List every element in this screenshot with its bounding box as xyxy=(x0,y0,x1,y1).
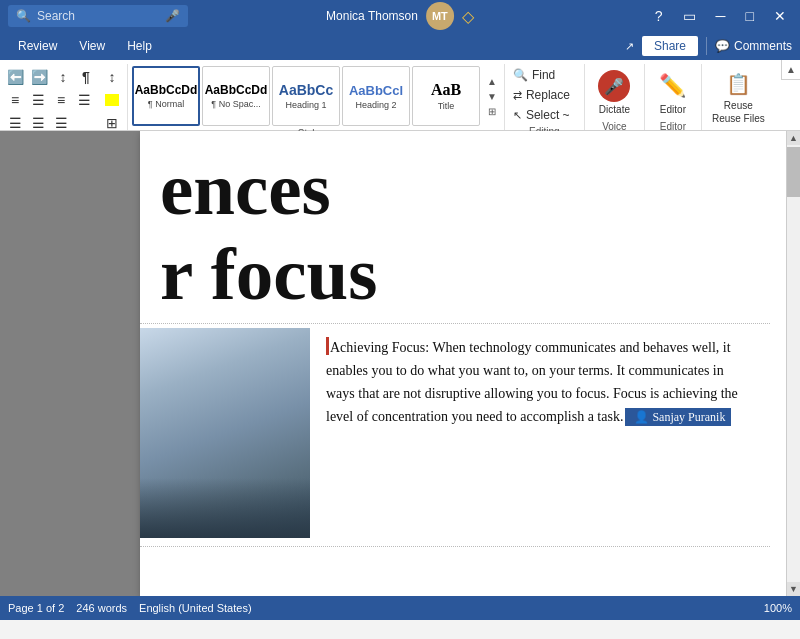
style-no-spacing[interactable]: AaBbCcDd ¶ No Spac... xyxy=(202,66,270,126)
paragraph-controls: ⬅️ ➡️ ↕ ¶ ≡ ☰ ≡ ☰ ☰ ☰ ☰ xyxy=(4,66,123,134)
style-normal-preview: AaBbCcDd xyxy=(135,83,198,97)
share-button[interactable]: Share xyxy=(642,36,698,56)
reuse-icon: 📋 xyxy=(724,70,752,98)
divider xyxy=(706,37,707,55)
microphone-icon: 🎤 xyxy=(165,9,180,23)
find-button[interactable]: 🔍 Find xyxy=(509,66,559,84)
decrease-indent-button[interactable]: ⬅️ xyxy=(4,66,27,88)
style-heading2-name: Heading 2 xyxy=(355,100,396,110)
menu-bar: Review View Help ↗ Share 💬 Comments xyxy=(0,32,800,60)
styles-scroll-up[interactable]: ▲ xyxy=(484,75,500,88)
paragraph-buttons-col1: ⬅️ ➡️ ↕ ¶ ≡ ☰ ≡ ☰ ☰ ☰ ☰ xyxy=(4,66,97,134)
styles-group: AaBbCcDd ¶ Normal AaBbCcDd ¶ No Spac... … xyxy=(128,64,505,130)
style-title[interactable]: AaB Title xyxy=(412,66,480,126)
styles-expand[interactable]: ⊞ xyxy=(484,105,500,118)
zoom-level: 100% xyxy=(764,602,792,614)
style-title-name: Title xyxy=(438,101,455,111)
style-normal[interactable]: AaBbCcDd ¶ Normal xyxy=(132,66,200,126)
dotted-line-top xyxy=(140,323,770,324)
menu-review[interactable]: Review xyxy=(8,35,67,57)
editor-group: ✏️ Editor Editor xyxy=(645,64,702,130)
left-margin xyxy=(0,131,140,596)
align-left-button[interactable]: ≡ xyxy=(4,89,26,111)
menu-view[interactable]: View xyxy=(69,35,115,57)
heading-area: ences r focus xyxy=(140,151,800,311)
document-content: ences r focus Achieving Focus: When tech… xyxy=(140,131,800,596)
editor-label: Editor xyxy=(660,104,686,115)
scroll-down-button[interactable]: ▼ xyxy=(787,582,800,596)
style-heading1[interactable]: AaBbCc Heading 1 xyxy=(272,66,340,126)
document-page: ences r focus Achieving Focus: When tech… xyxy=(140,131,800,596)
search-box[interactable]: 🔍 🎤 xyxy=(8,5,188,27)
ribbon-collapse-button[interactable]: ▲ xyxy=(781,60,800,80)
show-formatting-button[interactable]: ¶ xyxy=(75,66,97,88)
word-count: 246 words xyxy=(76,602,127,614)
minimize-button[interactable]: ─ xyxy=(710,6,732,26)
paragraph-group: ⬅️ ➡️ ↕ ¶ ≡ ☰ ≡ ☰ ☰ ☰ ☰ xyxy=(0,64,128,130)
style-nospacing-name: ¶ No Spac... xyxy=(211,99,260,109)
styles-scroll-down[interactable]: ▼ xyxy=(484,90,500,103)
select-icon: ↖ xyxy=(513,109,522,122)
scrollbar-thumb[interactable] xyxy=(787,147,800,197)
editor-icon: ✏️ xyxy=(657,70,689,102)
style-heading2[interactable]: AaBbCcl Heading 2 xyxy=(342,66,410,126)
scrollbar-track xyxy=(787,197,800,582)
search-input[interactable] xyxy=(37,9,157,23)
status-bar: Page 1 of 2 246 words English (United St… xyxy=(0,596,800,620)
body-section: Achieving Focus: When technology communi… xyxy=(140,328,800,538)
paragraph-buttons-col2: ↕ ⊞ xyxy=(101,66,123,134)
maximize-button[interactable]: □ xyxy=(740,6,760,26)
filename-label: Monica Thomson xyxy=(326,9,418,23)
shading-button[interactable] xyxy=(101,89,123,111)
comments-button[interactable]: 💬 Comments xyxy=(715,39,792,53)
style-nospacing-preview: AaBbCcDd xyxy=(205,83,268,97)
scrollbar: ▲ ▼ xyxy=(786,131,800,596)
align-right-button[interactable]: ≡ xyxy=(50,89,72,111)
help-button[interactable]: ? xyxy=(649,6,669,26)
close-button[interactable]: ✕ xyxy=(768,6,792,26)
dictate-button[interactable]: 🎤 Dictate xyxy=(590,66,638,119)
avatar-initials: MT xyxy=(432,10,448,22)
sort-button[interactable]: ↕ xyxy=(52,66,74,88)
dotted-line-bottom xyxy=(140,546,770,547)
comment-icon: 💬 xyxy=(715,39,730,53)
editor-controls: ✏️ Editor xyxy=(649,66,697,119)
reuse-icon-group: 📋 Reuse Reuse Files xyxy=(712,70,765,124)
justify-button[interactable]: ☰ xyxy=(73,89,95,111)
editing-controls: 🔍 Find ⇄ Replace ↖ Select ~ xyxy=(509,66,580,124)
voice-controls: 🎤 Dictate xyxy=(590,66,638,119)
document-area: ences r focus Achieving Focus: When tech… xyxy=(0,131,800,596)
editing-group: 🔍 Find ⇄ Replace ↖ Select ~ Editing xyxy=(505,64,585,130)
text-cursor xyxy=(326,337,329,355)
heading-line-2: r focus xyxy=(150,236,800,311)
search-icon: 🔍 xyxy=(16,9,31,23)
replace-button[interactable]: ⇄ Replace xyxy=(509,86,574,104)
dictate-icon: 🎤 xyxy=(598,70,630,102)
scroll-up-button[interactable]: ▲ xyxy=(787,131,800,145)
diamond-icon: ◇ xyxy=(462,7,474,26)
increase-indent-button[interactable]: ➡️ xyxy=(28,66,51,88)
ribbon-display-button[interactable]: ▭ xyxy=(677,6,702,26)
select-button[interactable]: ↖ Select ~ xyxy=(509,106,574,124)
image-overlay xyxy=(140,478,310,538)
reuse-controls: 📋 Reuse Reuse Files xyxy=(706,66,771,128)
ribbon-main: ⬅️ ➡️ ↕ ¶ ≡ ☰ ≡ ☰ ☰ ☰ ☰ xyxy=(0,60,800,130)
body-text-block: Achieving Focus: When technology communi… xyxy=(310,328,760,538)
editor-button[interactable]: ✏️ Editor xyxy=(649,66,697,119)
dictate-label: Dictate xyxy=(599,104,630,115)
line-spacing-button[interactable]: ↕ xyxy=(101,66,123,88)
style-heading1-name: Heading 1 xyxy=(285,100,326,110)
indent-row-1: ⬅️ ➡️ ↕ ¶ xyxy=(4,66,97,88)
replace-icon: ⇄ xyxy=(513,89,522,102)
avatar[interactable]: MT xyxy=(426,2,454,30)
title-bar-controls: ? ▭ ─ □ ✕ xyxy=(649,6,792,26)
voice-group: 🎤 Dictate Voice xyxy=(585,64,645,130)
comment-user-icon: 👤 xyxy=(634,410,649,424)
menu-bar-right: ↗ Share 💬 Comments xyxy=(625,36,792,56)
reuse-files-button[interactable]: 📋 Reuse Reuse Files xyxy=(706,66,771,128)
ribbon: ⬅️ ➡️ ↕ ¶ ≡ ☰ ≡ ☰ ☰ ☰ ☰ xyxy=(0,60,800,131)
align-center-button[interactable]: ☰ xyxy=(27,89,49,111)
menu-help[interactable]: Help xyxy=(117,35,162,57)
reuse-files-group: 📋 Reuse Reuse Files xyxy=(702,64,775,130)
page-info: Page 1 of 2 xyxy=(8,602,64,614)
